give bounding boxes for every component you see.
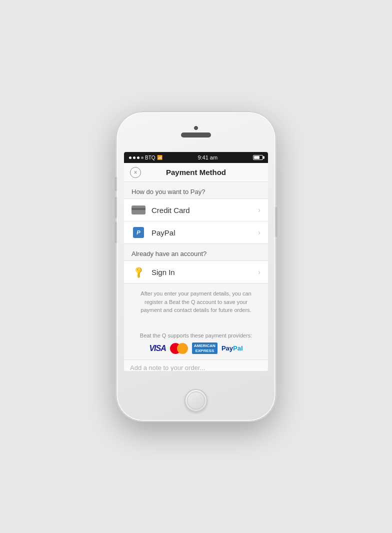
status-left: BTQ 📶 [129,155,162,160]
signal-dot-3 [137,156,140,159]
signal-dot-1 [129,156,132,159]
screen: BTQ 📶 9:41 am × Payment Method [124,152,268,371]
card-shape [132,206,146,214]
status-right [253,155,263,160]
chevron-right-icon-2: › [258,228,260,236]
volume-up-button [115,197,117,218]
payment-providers-section: Beat the Q supports these payment provid… [124,322,268,360]
paypal-icon: P [132,228,146,238]
speaker [181,132,211,138]
credit-card-label: Credit Card [152,206,258,214]
credit-card-option[interactable]: Credit Card › [124,199,268,222]
battery-icon [253,155,263,160]
camera [194,126,198,130]
power-button [275,207,277,237]
info-text: After you enter your payment details, yo… [124,284,268,322]
nav-title: Payment Method [166,168,226,176]
sign-in-option[interactable]: 🔑 Sign In › [124,261,268,283]
volume-down-button [115,222,117,243]
top-bar [181,126,211,138]
paypal-label: PayPal [152,228,258,237]
credit-card-icon [132,205,146,215]
account-section-header: Already have an account? [124,244,268,260]
account-options-list: 🔑 Sign In › [124,260,268,284]
wifi-icon: 📶 [157,155,162,160]
pay-section-header: How do you want to Pay? [124,182,268,198]
note-input-bar[interactable]: Add a note to your order... [124,360,268,372]
chevron-right-icon-3: › [258,268,260,276]
paypal-light-text: Pal [233,344,243,352]
signal-dot-4 [141,156,144,159]
key-icon: 🔑 [132,265,146,279]
amex-logo: AMERICANEXPRESS [192,342,218,354]
main-content: How do you want to Pay? Credit Card › P [124,182,268,371]
battery-fill [254,156,260,159]
status-bar: BTQ 📶 9:41 am [124,152,268,163]
home-button[interactable] [184,389,208,412]
chevron-right-icon: › [258,206,260,214]
paypal-logo-icon: P [133,227,144,238]
signal-dot-2 [133,156,136,159]
close-icon: × [134,169,137,176]
provider-logos: VISA AMERICANEXPRESS PayPal [149,342,242,354]
sign-in-label: Sign In [152,268,258,276]
paypal-wordmark: PayPal [222,344,243,352]
paypal-option[interactable]: P PayPal › [124,222,268,244]
mute-button [115,177,117,191]
providers-label: Beat the Q supports these payment provid… [140,332,252,338]
paypal-dark-text: Pay [222,344,233,352]
carrier-label: BTQ [145,155,156,160]
nav-bar: × Payment Method [124,163,268,182]
phone-mockup: BTQ 📶 9:41 am × Payment Method [116,112,276,422]
phone-body: BTQ 📶 9:41 am × Payment Method [116,112,276,422]
mc-orange-circle [177,343,188,354]
close-button[interactable]: × [130,167,141,178]
mastercard-logo [170,342,188,354]
key-icon-wrapper: 🔑 [132,267,146,277]
status-time: 9:41 am [198,154,218,160]
home-button-inner [187,392,205,410]
visa-logo: VISA [149,344,166,353]
payment-options-list: Credit Card › P PayPal › [124,198,268,244]
note-placeholder: Add a note to your order... [130,364,205,372]
